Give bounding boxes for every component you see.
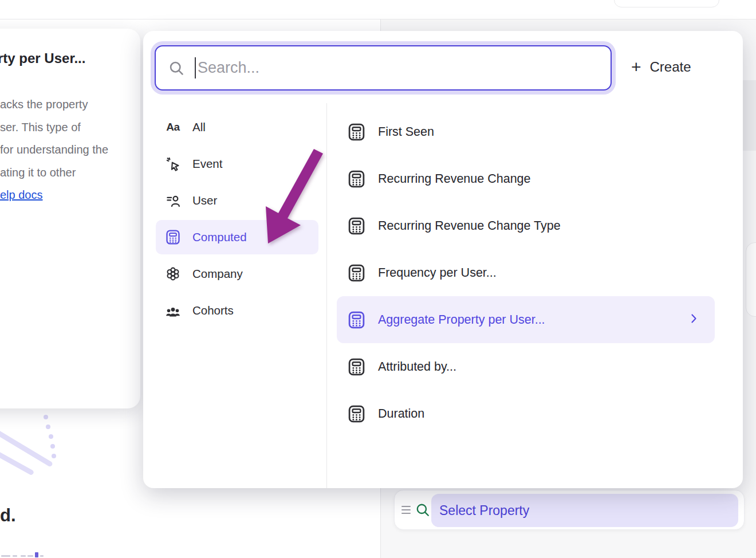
decorative-dot bbox=[44, 415, 48, 419]
calculator-icon bbox=[346, 169, 366, 188]
tooltip-body: acks the property ser. This type of for … bbox=[0, 93, 108, 207]
background-card-partial bbox=[746, 242, 756, 317]
calculator-icon bbox=[346, 122, 366, 142]
calculator-icon bbox=[346, 216, 366, 235]
search-icon bbox=[415, 502, 430, 517]
category-cohorts[interactable]: Cohorts bbox=[156, 293, 318, 328]
property-aggregate-property-per-user[interactable]: Aggregate Property per User... bbox=[337, 296, 715, 343]
category-company[interactable]: Company bbox=[156, 257, 318, 291]
text-aa-icon: Aa bbox=[164, 119, 182, 136]
annotation-arrow bbox=[252, 143, 332, 252]
plus-icon: + bbox=[631, 58, 641, 76]
clipped-text-fragment bbox=[35, 552, 38, 557]
clipped-text-fragment bbox=[40, 555, 44, 557]
top-divider-line bbox=[0, 19, 756, 19]
decorative-dot bbox=[46, 425, 50, 429]
create-button[interactable]: + Create bbox=[631, 53, 691, 81]
property-attributed-by[interactable]: Attributed by... bbox=[337, 343, 715, 390]
property-tooltip-card: rty per User... acks the property ser. T… bbox=[0, 29, 140, 408]
decorative-dot bbox=[52, 454, 56, 458]
clipped-text-fragment bbox=[27, 555, 33, 557]
background-pill-partial bbox=[614, 0, 719, 7]
user-icon bbox=[164, 192, 182, 209]
tooltip-body-line: ser. This type of bbox=[0, 116, 108, 139]
calculator-icon bbox=[346, 263, 366, 282]
search-box[interactable] bbox=[155, 45, 612, 91]
decorative-dot bbox=[49, 434, 53, 439]
help-docs-link[interactable]: elp docs bbox=[0, 188, 43, 201]
text-caret bbox=[195, 57, 196, 78]
property-first-seen[interactable]: First Seen bbox=[337, 108, 715, 155]
event-cursor-icon bbox=[164, 155, 182, 172]
drag-handle-icon[interactable] bbox=[401, 506, 411, 514]
calculator-icon bbox=[346, 357, 366, 376]
tooltip-body-line: for understanding the bbox=[0, 139, 108, 162]
clipped-text-fragment bbox=[13, 555, 17, 557]
property-duration[interactable]: Duration bbox=[337, 390, 715, 437]
property-recurring-revenue-change[interactable]: Recurring Revenue Change bbox=[337, 155, 715, 202]
clipped-heading: d. bbox=[0, 505, 16, 526]
clipped-text-fragment bbox=[1, 555, 10, 557]
clipped-text-fragment bbox=[21, 555, 26, 557]
property-list: First Seen Recurring Revenue Change Recu… bbox=[337, 108, 715, 437]
calculator-icon bbox=[346, 404, 366, 423]
property-selector-row: Select Property bbox=[394, 490, 745, 530]
screen: rty per User... acks the property ser. T… bbox=[0, 0, 756, 558]
company-icon bbox=[164, 265, 182, 282]
decorative-dot bbox=[50, 444, 55, 449]
property-picker-modal: + Create Aa All Event User Computed bbox=[143, 31, 743, 488]
property-frequency-per-user[interactable]: Frequency per User... bbox=[337, 249, 715, 296]
search-icon bbox=[168, 60, 184, 76]
cohorts-icon bbox=[164, 302, 182, 319]
category-all[interactable]: Aa All bbox=[156, 110, 318, 144]
calculator-icon bbox=[346, 310, 366, 329]
tooltip-body-line: ating it to other bbox=[0, 162, 108, 184]
property-recurring-revenue-change-type[interactable]: Recurring Revenue Change Type bbox=[337, 202, 715, 249]
search-input[interactable] bbox=[198, 59, 611, 77]
tooltip-body-line: acks the property bbox=[0, 93, 108, 116]
tooltip-title: rty per User... bbox=[0, 50, 85, 66]
select-property-button[interactable]: Select Property bbox=[431, 494, 738, 527]
calculator-icon bbox=[164, 229, 182, 246]
chevron-right-icon bbox=[688, 313, 700, 327]
